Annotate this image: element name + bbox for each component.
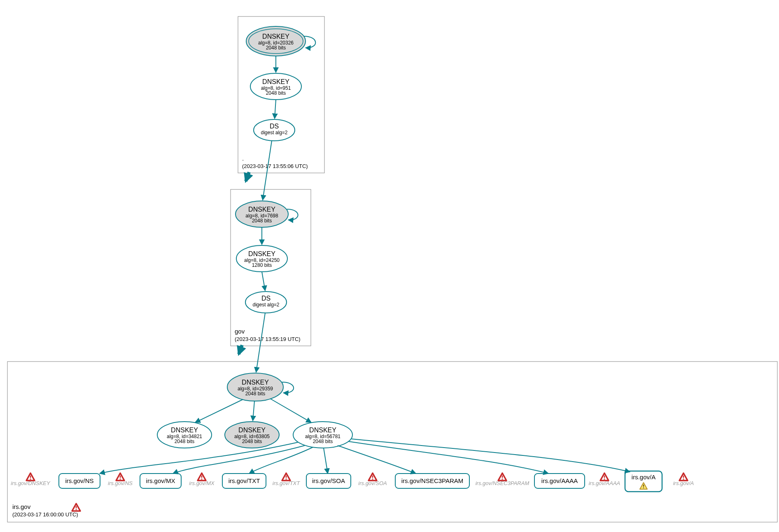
warn-icon-ghost-aaaa [600, 473, 609, 481]
warn-icon-ghost-ns [116, 473, 124, 481]
root-zsk-node[interactable]: DNSKEY alg=8, id=951 2048 bits [250, 73, 301, 100]
zone-name-root: . [242, 155, 244, 162]
edge-56781-mx [173, 446, 305, 474]
svg-text:DNSKEY: DNSKEY [171, 427, 198, 434]
edge-root-zsk-ds [275, 100, 276, 119]
root-ds-node[interactable]: DS digest alg=2 [254, 119, 295, 141]
gov-zsk-title: DNSKEY [248, 250, 275, 257]
warn-icon-zone-irsgov [72, 504, 80, 511]
ghost-mx: irs.gov/MX [189, 480, 215, 486]
root-ksk-node[interactable]: DNSKEY alg=8, id=20326 2048 bits [246, 26, 306, 56]
rr-mx[interactable]: irs.gov/MX [140, 474, 181, 488]
root-zsk-l2: 2048 bits [266, 90, 286, 96]
ghost-a: irs.gov/A [673, 480, 694, 486]
edge-56781-soa [324, 448, 328, 474]
zone-name-irsgov: irs.gov [12, 503, 31, 510]
zone-box-irsgov [7, 362, 777, 522]
svg-text:irs.gov/NSEC3PARAM: irs.gov/NSEC3PARAM [401, 477, 464, 484]
warn-icon-ghost-a [679, 473, 688, 481]
zone-ts-root: (2023-03-17 13:55:06 UTC) [242, 163, 308, 169]
irs-ksk-node[interactable]: DNSKEY alg=8, id=29359 2048 bits [227, 373, 283, 401]
gov-ksk-node[interactable]: DNSKEY alg=8, id=7698 2048 bits [236, 201, 288, 227]
ghost-soa: irs.gov/SOA [358, 480, 387, 486]
edge-ksk-63805 [253, 401, 254, 421]
svg-text:2048 bits: 2048 bits [313, 439, 333, 444]
root-ds-title: DS [270, 123, 279, 130]
warn-icon-ghost-soa [369, 473, 377, 481]
svg-text:irs.gov/NS: irs.gov/NS [65, 477, 93, 484]
edge-ksk-56781 [270, 399, 311, 422]
edge-ksk-34821 [195, 399, 243, 422]
edge-gov-ksk-self [287, 209, 298, 220]
edge-govds-irsksk [256, 313, 265, 372]
gov-ds-node[interactable]: DS digest alg=2 [245, 292, 287, 313]
svg-text:irs.gov/SOA: irs.gov/SOA [312, 477, 345, 484]
gov-zsk-l2: 1280 bits [252, 262, 272, 268]
rr-txt[interactable]: irs.gov/TXT [222, 474, 266, 488]
gov-ds-title: DS [261, 295, 271, 302]
irs-ksk-title: DNSKEY [242, 379, 269, 386]
ghost-dnskey: irs.gov/DNSKEY [11, 480, 51, 486]
irs-key-56781[interactable]: DNSKEY alg=8, id=56781 2048 bits [293, 422, 352, 448]
edge-rootds-govksk [263, 141, 272, 200]
ghost-nsec: irs.gov/NSEC3PARAM [476, 480, 529, 486]
ghost-ns: irs.gov/NS [108, 480, 133, 486]
edge-56781-ns [100, 442, 298, 474]
svg-text:2048 bits: 2048 bits [242, 439, 262, 444]
irs-key-63805[interactable]: DNSKEY alg=8, id=63805 2048 bits [225, 422, 279, 448]
zone-ts-irsgov: (2023-03-17 16:00:00 UTC) [12, 511, 78, 518]
gov-zsk-node[interactable]: DNSKEY alg=8, id=24250 1280 bits [236, 245, 287, 272]
zone-name-gov: gov [235, 328, 245, 335]
edge-gov-zsk-ds [262, 272, 265, 291]
warn-icon-ghost-txt [282, 473, 290, 481]
svg-text:irs.gov/A: irs.gov/A [632, 474, 655, 481]
warn-icon-ghost-nsec [498, 473, 506, 481]
warn-icon-ghost-mx [198, 473, 206, 481]
rr-soa[interactable]: irs.gov/SOA [306, 474, 351, 488]
ghost-txt: irs.gov/TXT [273, 480, 301, 486]
rr-a[interactable]: irs.gov/A [625, 471, 662, 492]
rr-nsec3param[interactable]: irs.gov/NSEC3PARAM [395, 474, 469, 488]
edge-56781-aaaa [348, 441, 548, 474]
edge-56781-a [352, 439, 630, 472]
edge-irs-ksk-self [282, 382, 294, 393]
rr-aaaa[interactable]: irs.gov/AAAA [534, 474, 585, 488]
gov-ksk-l2: 2048 bits [252, 218, 272, 224]
svg-text:DNSKEY: DNSKEY [309, 427, 336, 434]
irs-key-34821[interactable]: DNSKEY alg=8, id=34821 2048 bits [157, 422, 212, 448]
irs-ksk-l2: 2048 bits [245, 391, 266, 397]
gov-ksk-title: DNSKEY [248, 206, 275, 213]
svg-text:irs.gov/MX: irs.gov/MX [146, 477, 175, 484]
root-ksk-title: DNSKEY [262, 33, 289, 40]
root-ksk-l2: 2048 bits [266, 45, 286, 51]
svg-text:irs.gov/TXT: irs.gov/TXT [229, 477, 260, 484]
warn-icon-ghost-dnskey [26, 473, 35, 481]
svg-text:2048 bits: 2048 bits [175, 439, 195, 444]
svg-text:DNSKEY: DNSKEY [238, 427, 266, 434]
edge-root-to-gov-zone [246, 172, 249, 181]
ghost-aaaa: irs.gov/AAAA [589, 480, 620, 486]
root-ds-l1: digest alg=2 [261, 130, 287, 135]
rr-ns[interactable]: irs.gov/NS [59, 474, 100, 488]
edge-gov-to-irs-zone [239, 345, 242, 354]
zone-ts-gov: (2023-03-17 13:55:19 UTC) [235, 336, 301, 342]
root-zsk-title: DNSKEY [262, 78, 289, 85]
svg-text:irs.gov/AAAA: irs.gov/AAAA [541, 477, 578, 484]
gov-ds-l1: digest alg=2 [252, 302, 279, 308]
